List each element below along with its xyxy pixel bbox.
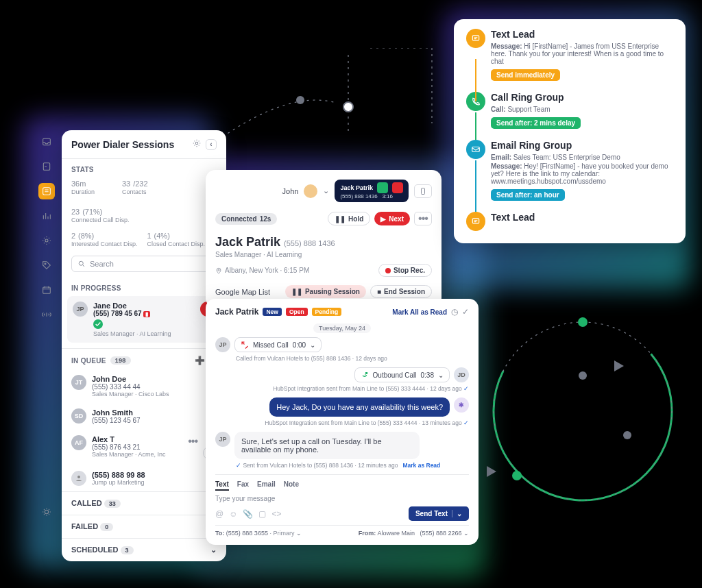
step-title: Text Lead: [491, 29, 676, 40]
outbound-call-pill[interactable]: Outbound Call 0:38 ⌄: [354, 367, 450, 382]
mark-all-read[interactable]: Mark All as Read: [392, 308, 447, 316]
status-chip: Connected12s: [215, 213, 277, 225]
rail-inbox-icon[interactable]: [38, 134, 55, 150]
tag-open: Open: [286, 308, 308, 316]
pause-session-button[interactable]: ❚❚ Pausing Session: [285, 285, 366, 298]
map-list-link[interactable]: Google Map List: [215, 288, 270, 296]
user-avatar[interactable]: [304, 184, 317, 198]
svg-point-1: [494, 322, 672, 500]
timer-icon[interactable]: ◷: [451, 307, 458, 317]
queue-item[interactable]: SD John Smith(555) 123 45 67: [62, 403, 226, 430]
incoming-message: Sure, Let's set up a call on Tuesday. I'…: [234, 432, 420, 459]
tab-text[interactable]: Text: [215, 480, 229, 491]
active-status-icon: [93, 319, 103, 329]
collapse-button[interactable]: ‹: [206, 139, 217, 150]
svg-rect-20: [43, 287, 51, 293]
mail-icon: [466, 140, 485, 159]
tab-fax[interactable]: Fax: [237, 480, 249, 491]
search-input[interactable]: Search: [71, 256, 217, 272]
next-button[interactable]: ▶ Next: [374, 212, 410, 225]
gear-icon[interactable]: [192, 138, 202, 150]
step-text: Message: Hi [FirstName] - James from USS…: [491, 42, 676, 65]
called-accordion[interactable]: CALLED 33⌄: [62, 491, 226, 515]
svg-rect-25: [422, 188, 425, 194]
rail-broadcast-icon[interactable]: [38, 306, 55, 323]
date-divider: Tuesday, May 24: [313, 323, 371, 333]
call-keypad-chip[interactable]: Jack Patrik (555) 888 1436 3:16: [335, 180, 409, 202]
queue-item[interactable]: (555) 888 99 88Jump up Marketing: [62, 465, 226, 491]
pin-icon: [215, 267, 222, 274]
sequence-step[interactable]: Call Ring GroupCall: Support TeamSend af…: [466, 92, 676, 129]
sequence-step[interactable]: Text LeadMessage: Hi [FirstName] - James…: [466, 29, 676, 81]
queue-item[interactable]: AF Alex T(555) 876 43 21Sales Manager · …: [62, 430, 226, 465]
outbound-call-icon: [361, 371, 369, 379]
outgoing-message: Hey Jack, Do you have any availability t…: [269, 397, 450, 417]
svg-rect-27: [472, 36, 479, 40]
svg-point-24: [77, 476, 80, 478]
mark-read[interactable]: Mark as Read: [402, 462, 440, 469]
hold-button[interactable]: ❚❚ Hold: [328, 212, 370, 225]
check-icon[interactable]: ✓: [462, 307, 469, 317]
send-text-button[interactable]: Send Text⌄: [409, 506, 469, 521]
send-timing-pill: Send immediately: [491, 69, 560, 81]
tab-note[interactable]: Note: [284, 480, 299, 491]
scheduled-accordion[interactable]: SCHEDULED 3⌄: [62, 538, 226, 561]
device-icon[interactable]: [414, 184, 432, 198]
queue-count: 198: [110, 356, 131, 365]
more-icon[interactable]: •••: [188, 435, 197, 448]
failed-accordion[interactable]: FAILED 0⌄: [62, 515, 226, 538]
add-user-icon[interactable]: ➕: [195, 356, 205, 365]
chevron-down-icon[interactable]: ⌄: [323, 186, 329, 195]
svg-point-21: [45, 510, 48, 513]
rail-phone-icon[interactable]: [38, 158, 55, 175]
svg-point-3: [512, 471, 522, 480]
attach-icon[interactable]: 📎: [243, 509, 253, 519]
step-title: Call Ring Group: [491, 92, 676, 103]
conversation-panel: Jack Patrik New Open Pending Mark All as…: [206, 299, 479, 545]
rail-theme-icon[interactable]: [38, 504, 55, 520]
end-session-button[interactable]: ■ End Session: [370, 285, 432, 298]
rail-tag-icon[interactable]: [38, 257, 55, 273]
svg-point-5: [623, 431, 631, 439]
missed-call-pill[interactable]: Missed Call 0:00 ⌄: [234, 337, 322, 352]
tag-new: New: [263, 308, 281, 316]
svg-point-4: [579, 371, 587, 380]
rail-settings-icon[interactable]: [38, 232, 55, 249]
rail-calendar-icon[interactable]: [38, 282, 55, 298]
location-text: Albany, New York · 6:15 PM: [215, 267, 309, 274]
svg-rect-15: [43, 138, 51, 145]
sequence-step[interactable]: Text Lead: [466, 212, 676, 223]
stop-rec-button[interactable]: Stop Rec.: [378, 264, 432, 277]
emoji-icon[interactable]: ☺: [229, 509, 237, 519]
svg-point-2: [578, 317, 588, 327]
step-text: Call: Support Team: [491, 106, 676, 113]
sms-icon: [466, 212, 485, 231]
queue-header: IN QUEUE: [71, 357, 106, 365]
svg-point-19: [45, 263, 46, 265]
integration-avatar-icon: ✱: [454, 397, 469, 413]
step-title: Text Lead: [491, 212, 676, 223]
hangup-icon[interactable]: [392, 182, 403, 193]
svg-marker-7: [487, 466, 496, 477]
answer-icon[interactable]: [377, 182, 388, 193]
step-text: Message: Hey! [FirstName] - have you boo…: [491, 162, 676, 185]
rail-dialer-icon[interactable]: [38, 183, 55, 199]
sequence-step[interactable]: Email Ring GroupEmail: Sales Team: USS E…: [466, 140, 676, 201]
svg-point-10: [296, 96, 304, 104]
compose-input[interactable]: Type your message: [215, 491, 469, 506]
template-icon[interactable]: ▢: [258, 509, 266, 519]
active-contact[interactable]: JP Jane Doe (555) 789 45 67 ▮ Sales Mana…: [67, 296, 221, 343]
more-button[interactable]: •••: [414, 212, 432, 225]
tab-email[interactable]: Email: [257, 480, 276, 491]
svg-point-26: [218, 269, 219, 271]
chat-title: Jack Patrik: [215, 307, 258, 317]
snippet-icon[interactable]: <>: [271, 509, 281, 519]
send-timing-pill: Send after: 2 mins delay: [491, 117, 581, 129]
mention-icon[interactable]: @: [215, 509, 223, 519]
queue-item[interactable]: JT John Doe(555) 333 44 44Sales Manager …: [62, 369, 226, 403]
contact-name: Jack Patrik (555) 888 1436: [215, 235, 432, 249]
composer: Text Fax Email Note Type your message @ …: [215, 474, 469, 537]
svg-point-0: [480, 302, 686, 521]
svg-marker-6: [614, 360, 624, 371]
rail-reports-icon[interactable]: [38, 208, 55, 224]
